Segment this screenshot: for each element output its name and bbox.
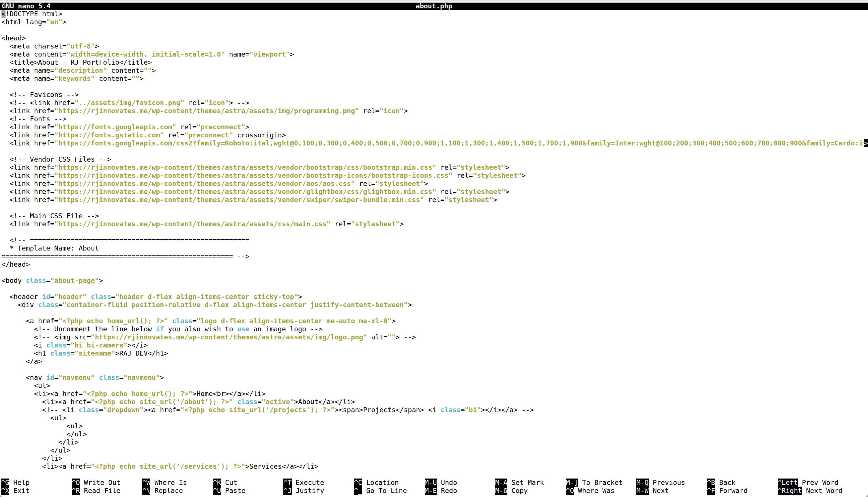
code-line[interactable] — [0, 147, 868, 155]
shortcut-label: Previous — [649, 479, 685, 487]
code-span: * Template Name: About — [1, 244, 99, 252]
code-span — [87, 293, 91, 301]
code-line[interactable]: <title>About - RJ-PortFolio</title> — [0, 58, 868, 66]
code-span: "header" — [54, 293, 87, 301]
code-span: = — [461, 406, 465, 414]
code-span: <!-- Uncomment the line below — [1, 325, 156, 333]
code-span: rel= — [424, 196, 444, 204]
code-span — [168, 317, 172, 325]
code-line[interactable] — [0, 285, 868, 293]
code-span: = — [50, 293, 54, 301]
shortcut-key: ^F — [707, 487, 715, 495]
code-line[interactable]: <meta charset="utf-8"> — [0, 42, 868, 50]
code-line[interactable]: <li><a href="<?php echo home_url(); ?>">… — [0, 389, 868, 398]
code-span: "icon" — [205, 99, 229, 107]
code-line[interactable]: <header id="header" class="header d-flex… — [0, 293, 868, 301]
code-line[interactable]: <link href="https://rjinnovates.me/wp-co… — [0, 164, 868, 171]
code-line[interactable]: <meta name="keywords" content=""> — [0, 74, 868, 83]
code-line[interactable]: * Template Name: About — [0, 244, 868, 252]
shortcut-label: Undo — [437, 479, 457, 487]
code-line[interactable]: <html lang="en"> — [0, 18, 868, 26]
code-line[interactable]: <li><a href="<?php echo site_url('/servi… — [0, 463, 868, 470]
code-line[interactable]: </head> — [0, 260, 868, 268]
code-span: <ul> — [1, 414, 67, 422]
code-line[interactable] — [0, 309, 868, 317]
code-line[interactable]: <body class="about-page"> — [0, 276, 868, 285]
code-line[interactable]: <a href="<?php echo home_url(); ?>" clas… — [0, 317, 868, 325]
code-line[interactable] — [0, 365, 868, 373]
code-span: = — [58, 301, 62, 309]
code-span: "sitename" — [75, 349, 115, 357]
code-span: "icon" — [379, 107, 404, 115]
code-line[interactable]: <!DOCTYPE html> — [0, 10, 868, 18]
code-line[interactable]: <link href="https://rjinnovates.me/wp-co… — [0, 107, 868, 115]
code-line[interactable]: <link href="https://fonts.gstatic.com" r… — [0, 131, 868, 139]
shortcut-key: ^G — [1, 479, 9, 487]
shortcut-key: ^K — [213, 479, 221, 487]
filename-label: about.php — [416, 3, 452, 10]
code-line[interactable]: <nav id="navmenu" class="navmenu"> — [0, 373, 868, 382]
code-line[interactable]: <link href="https://fonts.googleapis.com… — [0, 123, 868, 131]
code-line[interactable] — [0, 268, 868, 276]
code-line[interactable]: <ul> — [0, 414, 868, 422]
code-line[interactable]: <link href="https://rjinnovates.me/wp-co… — [0, 196, 868, 204]
code-line[interactable]: <head> — [0, 34, 868, 42]
code-line[interactable]: <i class="bi bi-camera"></i> — [0, 341, 868, 349]
code-line[interactable] — [0, 204, 868, 212]
shortcut-help: ^G Help — [1, 479, 30, 487]
code-span: <!-- Favicons --> — [1, 90, 79, 99]
code-line[interactable]: <!-- Favicons --> — [0, 90, 868, 99]
code-line[interactable]: <meta content="width=device-width, initi… — [0, 50, 868, 58]
code-line[interactable] — [0, 228, 868, 236]
code-line[interactable]: <h1 class="sitename">RAJ DEV</h1> — [0, 349, 868, 357]
code-span: </a> — [1, 357, 42, 365]
code-line[interactable]: </li> — [0, 454, 868, 463]
code-line[interactable]: <!-- ===================================… — [0, 236, 868, 244]
cursor: < — [1, 10, 5, 18]
code-line[interactable]: <!-- Main CSS File --> — [0, 212, 868, 220]
editor-text-area[interactable]: <!DOCTYPE html><html lang="en"><head> <m… — [0, 10, 868, 479]
code-span — [95, 373, 99, 382]
shortcut-key: M-U — [425, 479, 437, 487]
code-span: <!-- ===================================… — [1, 236, 249, 244]
code-line[interactable]: </li> — [0, 438, 868, 446]
code-span: <a href= — [1, 317, 58, 325]
shortcut-key: ^Left — [778, 479, 798, 487]
code-line[interactable]: <!-- Vendor CSS Files --> — [0, 155, 868, 164]
code-line[interactable]: <!-- Fonts --> — [0, 115, 868, 123]
code-line[interactable]: <!-- <link href="../assets/img/favicon.p… — [0, 99, 868, 107]
code-line[interactable]: <li><a href="<?php echo site_url('/about… — [0, 398, 868, 406]
code-span: "description" — [54, 66, 107, 74]
code-span: "" — [388, 333, 396, 341]
code-line[interactable]: <ul> — [0, 422, 868, 430]
code-span: <header — [1, 293, 42, 301]
code-span: crossorigin> — [233, 131, 286, 139]
code-span: "stylesheet" — [444, 196, 493, 204]
code-line[interactable]: ========================================… — [0, 252, 868, 260]
code-line[interactable] — [0, 83, 868, 90]
shortcut-replace: ^\ Replace — [142, 487, 183, 495]
code-line[interactable]: <!-- <img src="https://rjinnovates.me/wp… — [0, 333, 868, 341]
code-span: >About</a></li> — [294, 398, 355, 406]
code-line[interactable] — [0, 26, 868, 34]
code-line[interactable]: <link href="https://rjinnovates.me/wp-co… — [0, 188, 868, 196]
code-span: class — [237, 398, 257, 406]
code-line[interactable]: <link href="https://rjinnovates.me/wp-co… — [0, 171, 868, 180]
shortcut-key: M-] — [566, 479, 578, 487]
code-span: rel= — [452, 171, 473, 180]
code-line[interactable]: <link href="https://fonts.googleapis.com… — [0, 139, 868, 147]
code-line[interactable]: <link href="https://rjinnovates.me/wp-co… — [0, 180, 868, 188]
code-line[interactable]: </a> — [0, 357, 868, 365]
code-span: ></i> — [128, 341, 148, 349]
code-line[interactable]: <div class="container-fluid position-rel… — [0, 301, 868, 309]
code-line[interactable]: <ul> — [0, 382, 868, 389]
code-span: "<?php echo site_url('/projects'); ?>" — [180, 406, 335, 414]
code-line[interactable]: </ul> — [0, 430, 868, 438]
code-line[interactable]: <!-- Uncomment the line below if you als… — [0, 325, 868, 333]
code-line[interactable]: </ul> — [0, 446, 868, 454]
code-line[interactable]: <meta name="description" content=""> — [0, 66, 868, 74]
code-line[interactable]: <!-- <li class="dropdown"><a href="<?php… — [0, 406, 868, 414]
code-span: > — [408, 301, 412, 309]
code-line[interactable]: <link href="https://rjinnovates.me/wp-co… — [0, 220, 868, 228]
code-span: <link href= — [1, 139, 54, 147]
